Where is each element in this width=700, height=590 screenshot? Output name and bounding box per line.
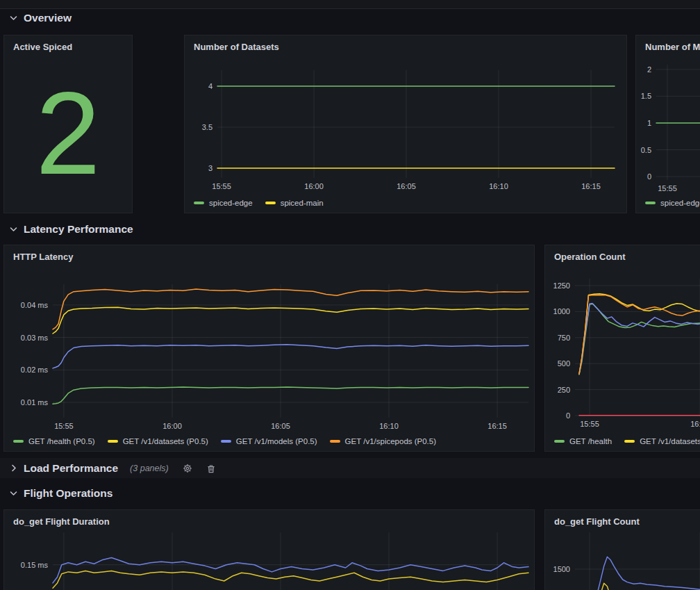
number-of-models-chart[interactable]: 15:5516:0000.511.52 [636,35,700,213]
section-title: Latency Performance [24,223,133,236]
section-row-flight-operations[interactable]: Flight Operations [10,487,112,500]
svg-text:4: 4 [208,82,212,90]
svg-text:0: 0 [566,411,570,420]
legend-label: GET /v1/spicepods (P0.5) [345,437,436,445]
section-row-load-performance[interactable]: Load Performance (3 panels) [0,458,700,478]
section-title: Flight Operations [24,487,112,500]
svg-text:1250: 1250 [553,281,570,290]
chart-legend: spiced-edge [645,199,700,207]
chevron-down-icon [10,490,17,497]
panel-do-get-flight-duration: do_get Flight Duration 0.15 ms [3,509,535,590]
svg-text:15:55: 15:55 [580,420,599,428]
stat-value: 2 [4,54,132,213]
legend-item[interactable]: spiced-main [265,199,324,207]
legend-label: GET /v1/datasets (P0.5) [123,437,208,445]
legend-item[interactable]: GET /v1/datasets [624,437,700,445]
legend-label: GET /v1/models (P0.5) [236,437,317,445]
legend-label: GET /v1/datasets [640,437,700,445]
svg-text:16:05: 16:05 [397,182,416,190]
panel-count-label: (3 panels) [130,464,169,473]
trash-icon[interactable] [206,464,216,473]
section-row-overview[interactable]: Overview [10,12,72,24]
panel-number-of-datasets: Number of Datasets 15:5516:0016:0516:101… [184,35,627,213]
toolbar-edge [0,0,700,9]
svg-text:750: 750 [558,334,570,342]
legend-label: GET /health [569,437,612,445]
svg-text:15:55: 15:55 [54,422,74,430]
chart-legend: GET /health (P0.5)GET /v1/datasets (P0.5… [13,437,436,445]
legend-item[interactable]: spiced-edge [194,199,253,207]
legend-item[interactable]: GET /v1/models (P0.5) [221,437,317,445]
panel-number-of-models: Number of Models 15:5516:0000.511.52 spi… [635,35,700,213]
svg-text:16:10: 16:10 [489,182,508,190]
svg-text:16:15: 16:15 [581,182,601,190]
operation-count-chart[interactable]: 15:5516:0016:0516:1016:15025050075010001… [545,245,700,451]
section-title: Load Performance [24,462,118,475]
legend-label: spiced-edge [209,199,253,207]
svg-text:3.5: 3.5 [202,123,212,131]
svg-text:1500: 1500 [553,565,570,573]
legend-swatch [108,440,118,443]
legend-label: spiced-edge [660,199,700,207]
svg-text:0.01 ms: 0.01 ms [21,398,49,407]
svg-text:0.03 ms: 0.03 ms [21,334,49,342]
panel-active-spiced: Active Spiced 2 [3,35,133,213]
legend-item[interactable]: spiced-edge [645,199,700,207]
http-latency-chart[interactable]: 15:5516:0016:0516:1016:150.01 ms0.02 ms0… [4,245,534,451]
svg-text:16:00: 16:00 [690,420,700,428]
svg-text:250: 250 [558,386,570,394]
legend-swatch [645,202,656,204]
svg-text:16:10: 16:10 [379,422,399,430]
svg-text:0.02 ms: 0.02 ms [21,366,49,374]
svg-text:16:05: 16:05 [271,422,290,430]
legend-item[interactable]: GET /v1/datasets (P0.5) [108,437,208,445]
svg-text:15:55: 15:55 [212,182,231,190]
svg-text:500: 500 [558,359,570,368]
section-row-latency-performance[interactable]: Latency Performance [10,223,133,236]
legend-swatch [265,202,276,204]
do-get-flight-duration-chart[interactable]: 0.15 ms [4,510,534,590]
legend-swatch [624,440,635,443]
legend-swatch [13,440,24,443]
legend-label: GET /health (P0.5) [28,437,95,445]
svg-text:1: 1 [647,119,651,127]
chevron-down-icon [10,226,17,233]
svg-text:0.15 ms: 0.15 ms [21,561,49,569]
svg-text:1.5: 1.5 [641,92,651,100]
svg-text:3: 3 [208,164,212,172]
legend-item[interactable]: GET /health [554,437,612,445]
legend-label: spiced-main [281,199,324,207]
chevron-right-icon [10,464,17,472]
gear-icon[interactable] [183,464,192,473]
chevron-down-icon [10,15,17,22]
panel-http-latency: HTTP Latency 15:5516:0016:0516:1016:150.… [3,245,535,452]
panel-do-get-flight-count: do_get Flight Count 1500 [544,509,700,590]
legend-swatch [554,440,565,443]
number-of-datasets-chart[interactable]: 15:5516:0016:0516:1016:1533.54 [185,35,626,213]
svg-text:1000: 1000 [553,307,570,316]
legend-swatch [221,440,231,443]
do-get-flight-count-chart[interactable]: 1500 [545,510,700,590]
svg-text:15:55: 15:55 [658,184,677,192]
legend-swatch [194,202,204,204]
svg-text:0: 0 [647,172,651,181]
svg-text:16:00: 16:00 [304,182,324,190]
svg-text:16:00: 16:00 [162,422,182,430]
legend-item[interactable]: GET /v1/spicepods (P0.5) [330,437,436,445]
legend-item[interactable]: GET /health (P0.5) [13,437,95,445]
svg-text:16:15: 16:15 [488,422,507,430]
chart-legend: GET /healthGET /v1/datasets [554,437,700,445]
section-title: Overview [24,12,72,24]
legend-swatch [330,440,340,443]
svg-text:2: 2 [647,65,651,74]
chart-legend: spiced-edgespiced-main [194,199,324,207]
panel-operation-count: Operation Count 15:5516:0016:0516:1016:1… [544,245,700,452]
svg-text:0.5: 0.5 [641,146,651,154]
svg-text:0.04 ms: 0.04 ms [21,301,49,309]
